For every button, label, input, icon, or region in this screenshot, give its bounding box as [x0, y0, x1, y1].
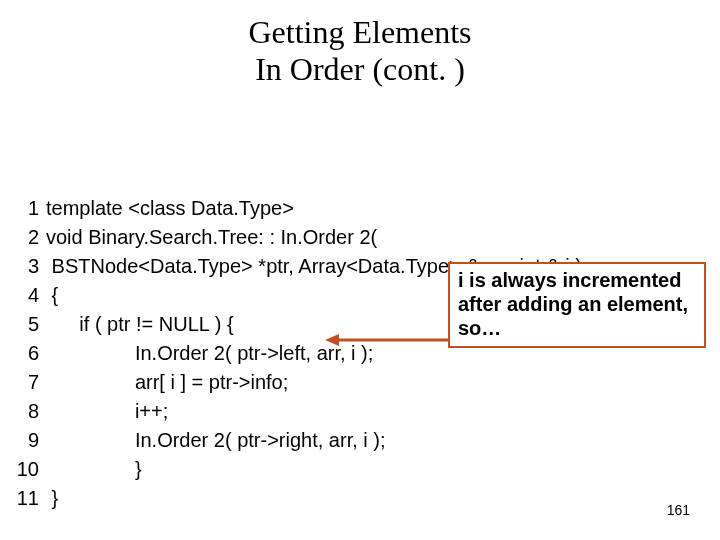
line-number: 8 — [14, 397, 45, 426]
line-text: arr[ i ] = ptr->info; — [45, 368, 583, 397]
line-number: 1 — [14, 194, 45, 223]
line-number: 5 — [14, 310, 45, 339]
callout-text: i is always incremented after adding an … — [458, 269, 688, 339]
code-line: 9 In.Order 2( ptr->right, arr, i ); — [14, 426, 583, 455]
code-line: 10 } — [14, 455, 583, 484]
line-number: 7 — [14, 368, 45, 397]
title-line-2: In Order (cont. ) — [255, 51, 465, 87]
slide-title: Getting Elements In Order (cont. ) — [0, 14, 720, 88]
line-text: void Binary.Search.Tree: : In.Order 2( — [45, 223, 583, 252]
code-line: 11 } — [14, 484, 583, 513]
callout-box: i is always incremented after adding an … — [448, 262, 706, 348]
line-number: 3 — [14, 252, 45, 281]
line-number: 11 — [14, 484, 45, 513]
code-table: 1template <class Data.Type>2void Binary.… — [14, 194, 583, 513]
page-number: 161 — [667, 502, 690, 518]
code-line: 7 arr[ i ] = ptr->info; — [14, 368, 583, 397]
line-text: In.Order 2( ptr->right, arr, i ); — [45, 426, 583, 455]
title-line-1: Getting Elements — [248, 14, 471, 50]
line-text: i++; — [45, 397, 583, 426]
line-number: 2 — [14, 223, 45, 252]
line-text: } — [45, 484, 583, 513]
line-text: } — [45, 455, 583, 484]
line-number: 9 — [14, 426, 45, 455]
code-line: 1template <class Data.Type> — [14, 194, 583, 223]
line-number: 4 — [14, 281, 45, 310]
code-line: 2void Binary.Search.Tree: : In.Order 2( — [14, 223, 583, 252]
line-number: 10 — [14, 455, 45, 484]
code-line: 8 i++; — [14, 397, 583, 426]
line-text: template <class Data.Type> — [45, 194, 583, 223]
line-number: 6 — [14, 339, 45, 368]
